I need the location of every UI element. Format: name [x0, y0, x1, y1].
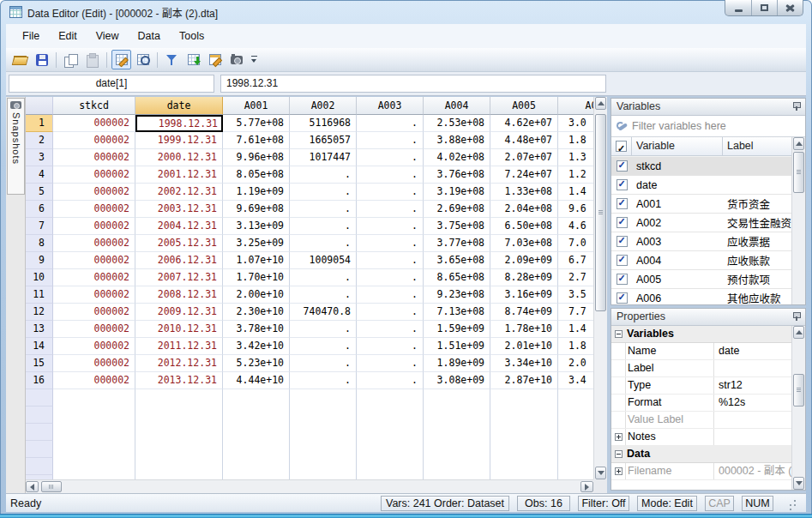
scroll-up-button[interactable]	[595, 97, 606, 110]
cell[interactable]: 1999.12.31	[135, 132, 223, 149]
cell[interactable]: 2009.12.31	[135, 304, 223, 321]
grid-vertical-scrollbar[interactable]	[593, 97, 607, 479]
scroll-right-button[interactable]	[580, 481, 593, 492]
cell[interactable]: 5.23e+10	[223, 355, 290, 372]
variable-row[interactable]: stkcd	[611, 157, 791, 176]
scroll-up-button[interactable]	[793, 326, 804, 339]
cell[interactable]: 740470.8	[290, 304, 357, 321]
row-number[interactable]: 10	[26, 269, 53, 286]
row-number[interactable]: 1	[26, 115, 53, 132]
menu-data[interactable]: Data	[129, 26, 170, 46]
cell[interactable]: 3.4	[558, 372, 593, 389]
cell[interactable]: .	[290, 355, 357, 372]
cell[interactable]: 4.6	[558, 218, 593, 235]
cell[interactable]: 4.02e+08	[424, 149, 490, 166]
expand-icon[interactable]	[615, 433, 623, 441]
cell[interactable]: 3.19e+08	[424, 184, 490, 201]
row-number[interactable]: 3	[26, 149, 53, 166]
menu-tools[interactable]: Tools	[170, 26, 214, 46]
variable-checkbox[interactable]	[617, 236, 628, 247]
empty-cell[interactable]	[490, 424, 558, 441]
variable-row[interactable]: A003应收票据	[611, 232, 791, 251]
empty-cell[interactable]	[490, 407, 558, 424]
empty-cell[interactable]	[290, 441, 357, 458]
collapse-icon[interactable]	[615, 330, 623, 338]
pin-icon[interactable]	[792, 102, 800, 111]
column-header-A002[interactable]: A002	[290, 97, 357, 115]
property-value[interactable]: %12s	[714, 395, 791, 411]
empty-cell[interactable]	[135, 424, 223, 441]
collapse-icon[interactable]	[615, 450, 623, 458]
cell[interactable]: 1.59e+09	[424, 321, 490, 338]
column-header-A001[interactable]: A001	[223, 97, 290, 115]
column-header-A004[interactable]: A004	[424, 97, 490, 115]
horizontal-scroll-thumb[interactable]	[41, 481, 62, 492]
empty-cell[interactable]	[53, 407, 135, 424]
cell[interactable]: 2012.12.31	[135, 355, 223, 372]
row-number[interactable]: 7	[26, 218, 53, 235]
column-header-stkcd[interactable]: stkcd	[53, 97, 135, 115]
cell[interactable]: 2007.12.31	[135, 269, 223, 286]
cell[interactable]: .	[290, 235, 357, 252]
empty-cell[interactable]	[53, 441, 135, 458]
variable-checkbox[interactable]	[617, 217, 628, 228]
variable-row[interactable]: A004应收账款	[611, 251, 791, 270]
cell[interactable]: 6.7	[558, 252, 593, 269]
empty-cell[interactable]	[357, 389, 424, 407]
cell[interactable]: 2.09e+09	[490, 252, 558, 269]
cell[interactable]: .	[357, 252, 424, 269]
variable-checkbox[interactable]	[617, 292, 628, 304]
cell[interactable]: 1009054	[290, 252, 357, 269]
variable-properties-button[interactable]	[205, 50, 225, 69]
empty-cell[interactable]	[290, 407, 357, 424]
cell[interactable]: 7.7	[558, 304, 593, 321]
cell[interactable]: 8.65e+08	[424, 269, 490, 286]
cell-value-input[interactable]: 1998.12.31	[220, 75, 606, 93]
cell[interactable]: .	[290, 166, 357, 184]
cell[interactable]: 7.61e+08	[223, 132, 290, 149]
grid-corner-cell[interactable]	[26, 97, 53, 115]
cell[interactable]: 8.05e+08	[223, 166, 290, 184]
cell[interactable]: .	[357, 286, 424, 304]
scroll-down-button[interactable]	[595, 467, 606, 479]
variable-checkbox[interactable]	[617, 255, 628, 266]
minimize-button[interactable]	[725, 0, 751, 15]
cell[interactable]: 000002	[53, 355, 135, 372]
append-variable-button[interactable]	[183, 50, 203, 69]
empty-cell[interactable]	[135, 407, 223, 424]
empty-cell[interactable]	[135, 441, 223, 458]
empty-cell[interactable]	[223, 441, 290, 458]
grid-horizontal-scrollbar[interactable]	[26, 479, 593, 493]
empty-cell[interactable]	[135, 389, 223, 407]
cell[interactable]: 3.77e+08	[424, 235, 490, 252]
cell[interactable]: 000002	[53, 132, 135, 149]
empty-cell[interactable]	[490, 458, 558, 475]
row-number[interactable]: 14	[26, 338, 53, 355]
cell[interactable]: 1017447	[290, 149, 357, 166]
empty-cell[interactable]	[558, 389, 593, 407]
select-all-cell[interactable]	[611, 137, 632, 155]
cell[interactable]: 1.33e+08	[490, 184, 558, 201]
cell[interactable]: .	[290, 321, 357, 338]
cell[interactable]: .	[357, 304, 424, 321]
row-number[interactable]: 2	[26, 132, 53, 149]
cell[interactable]: .	[290, 269, 357, 286]
cell[interactable]: 2005.12.31	[135, 235, 223, 252]
cell[interactable]: 2013.12.31	[135, 372, 223, 389]
variable-checkbox[interactable]	[617, 179, 628, 190]
cell[interactable]: 2.04e+08	[490, 201, 558, 218]
pin-icon[interactable]	[792, 312, 800, 322]
cell[interactable]: 9.23e+08	[424, 286, 490, 304]
cell[interactable]: 9.69e+08	[223, 201, 290, 218]
variables-scroll-thumb[interactable]	[793, 152, 804, 193]
cell[interactable]: 000002	[53, 184, 135, 201]
scroll-down-button[interactable]	[793, 477, 804, 490]
filter-variables-input[interactable]	[632, 117, 802, 135]
cell[interactable]: .	[357, 132, 424, 149]
cell[interactable]: 3.08e+09	[424, 372, 490, 389]
cell[interactable]: 000002	[53, 338, 135, 355]
cell[interactable]: .	[357, 166, 424, 184]
variable-row[interactable]: date	[611, 176, 791, 195]
cell[interactable]: 3.25e+09	[223, 235, 290, 252]
select-all-checkbox[interactable]	[616, 141, 627, 152]
